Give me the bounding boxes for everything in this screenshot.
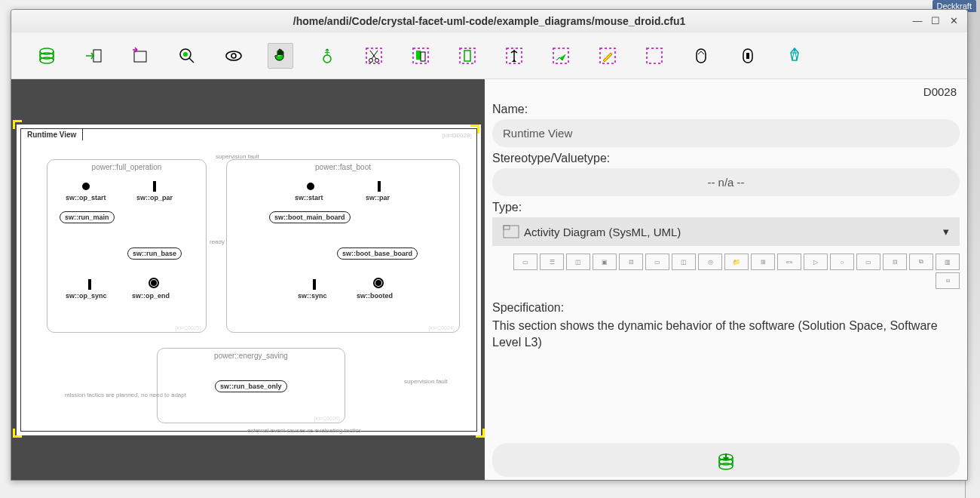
stereotype-label: Stereotype/Valuetype: bbox=[492, 152, 960, 165]
diagram-type-option[interactable]: ◎ bbox=[698, 254, 722, 270]
chevron-down-icon: ▾ bbox=[943, 225, 949, 238]
svg-point-15 bbox=[375, 58, 379, 62]
diagram-type-option[interactable]: ▷ bbox=[804, 254, 828, 270]
diagram-sheet[interactable]: Runtime View (id=D0028) supervision faul… bbox=[17, 124, 481, 435]
node-label: sw::op_start bbox=[66, 194, 106, 201]
new-window-button[interactable] bbox=[127, 43, 153, 69]
svg-line-9 bbox=[189, 58, 194, 63]
maximize-button[interactable]: ☐ bbox=[926, 10, 945, 31]
diagram-type-option[interactable]: ▭ bbox=[513, 254, 537, 270]
region-id: (id=C0025) bbox=[175, 325, 201, 330]
activity-diagram-icon bbox=[503, 225, 519, 238]
diagram-type-option[interactable]: ☰ bbox=[540, 254, 564, 270]
fork-node[interactable] bbox=[378, 181, 381, 192]
copy-button[interactable] bbox=[408, 43, 433, 69]
initial-node[interactable] bbox=[307, 183, 314, 190]
properties-panel: D0028 Name: Stereotype/Valuetype: Type: … bbox=[485, 79, 967, 480]
diagram-type-option[interactable]: ○ bbox=[830, 254, 854, 270]
fork-node[interactable] bbox=[153, 181, 156, 192]
name-label: Name: bbox=[492, 103, 960, 116]
undo-button[interactable] bbox=[688, 43, 714, 69]
final-node[interactable] bbox=[149, 278, 159, 288]
paste-button[interactable] bbox=[455, 43, 480, 69]
specification-text[interactable]: This section shows the dynamic behavior … bbox=[492, 318, 960, 352]
type-value: Activity Diagram (SysML, UML) bbox=[524, 226, 681, 238]
search-button[interactable] bbox=[174, 43, 200, 69]
diagram-type-option[interactable]: ⧈ bbox=[936, 272, 960, 289]
main-toolbar bbox=[11, 32, 967, 79]
delete-button[interactable] bbox=[501, 43, 527, 69]
node-label: sw::booted bbox=[357, 292, 393, 300]
diagram-type-option[interactable]: ◫ bbox=[566, 254, 590, 270]
about-button[interactable] bbox=[782, 43, 807, 69]
node-label: sw::par bbox=[366, 194, 390, 201]
svg-point-37 bbox=[719, 463, 733, 469]
node-label: sw::sync bbox=[298, 292, 327, 300]
join-node[interactable] bbox=[88, 279, 91, 290]
svg-point-12 bbox=[323, 55, 331, 63]
type-select[interactable]: Activity Diagram (SysML, UML) ▾ bbox=[492, 217, 960, 246]
instantiate-button[interactable] bbox=[595, 43, 620, 69]
region-id: (id=C0024) bbox=[428, 325, 455, 330]
diagram-type-option[interactable]: ◫ bbox=[672, 254, 696, 270]
stereotype-input[interactable] bbox=[492, 168, 960, 196]
diagram-type-option[interactable]: ▭ bbox=[856, 254, 880, 270]
svg-point-11 bbox=[231, 54, 236, 58]
svg-rect-24 bbox=[553, 48, 568, 63]
specification-label: Specification: bbox=[492, 301, 960, 315]
edge-label: external event causes re-evaluating tact… bbox=[247, 427, 361, 434]
export-button[interactable] bbox=[81, 43, 106, 69]
join-node[interactable] bbox=[313, 279, 316, 290]
svg-point-14 bbox=[369, 58, 373, 62]
diagram-type-option[interactable]: ▭ bbox=[645, 254, 669, 270]
reset-button[interactable] bbox=[642, 43, 667, 69]
view-button[interactable] bbox=[221, 43, 247, 69]
name-input[interactable] bbox=[492, 119, 960, 147]
main-window: /home/andi/Code/crystal-facet-uml-code/e… bbox=[11, 9, 968, 481]
action-node[interactable]: sw::boot_main_board bbox=[269, 211, 351, 223]
action-node[interactable]: sw::run_base_only bbox=[215, 380, 287, 392]
diagram-type-option[interactable]: «» bbox=[777, 254, 801, 270]
save-button[interactable] bbox=[716, 452, 736, 474]
svg-line-17 bbox=[370, 51, 376, 59]
svg-rect-5 bbox=[93, 50, 101, 62]
diagram-title-tab: Runtime View bbox=[20, 128, 83, 140]
svg-point-8 bbox=[183, 52, 188, 57]
close-button[interactable]: ✕ bbox=[945, 10, 963, 31]
type-icon-grid: ▭ ☰ ◫ ▣ ⊟ ▭ ◫ ◎ 📁 ⊞ «» ▷ ○ ▭ ⊟ ⧉ ▥ ⧈ bbox=[492, 254, 960, 289]
node-label: sw::op_end bbox=[132, 292, 170, 300]
node-label: sw::start bbox=[295, 194, 323, 201]
window-titlebar: /home/andi/Code/crystal-facet-uml-code/e… bbox=[11, 10, 967, 32]
action-node[interactable]: sw::run_base bbox=[127, 247, 182, 260]
minimize-button[interactable]: — bbox=[908, 10, 926, 31]
element-id-label: D0028 bbox=[492, 82, 960, 98]
region-energy-saving[interactable]: power::energy_saving (id=C0026) sw::run_… bbox=[157, 348, 345, 423]
create-button[interactable] bbox=[314, 43, 340, 69]
diagram-type-option[interactable]: ⊞ bbox=[751, 254, 775, 270]
window-title: /home/andi/Code/crystal-facet-uml-code/e… bbox=[293, 15, 685, 27]
diagram-canvas[interactable]: Runtime View (id=D0028) supervision faul… bbox=[11, 79, 485, 480]
diagram-type-option[interactable]: ▥ bbox=[936, 254, 960, 270]
region-fast-boot[interactable]: power::fast_boot (id=C0024) sw::start sw… bbox=[226, 159, 460, 333]
diagram-type-option[interactable]: ⧉ bbox=[909, 254, 933, 270]
region-id: (id=C0026) bbox=[314, 416, 340, 421]
svg-rect-33 bbox=[504, 226, 519, 238]
highlight-button[interactable] bbox=[548, 43, 574, 69]
region-title: power::full_operation bbox=[47, 163, 206, 171]
diagram-type-option[interactable]: 📁 bbox=[724, 254, 749, 270]
diagram-type-option[interactable]: ⊟ bbox=[619, 254, 643, 270]
cut-button[interactable] bbox=[361, 43, 387, 69]
action-node[interactable]: sw::boot_base_board bbox=[337, 247, 418, 260]
action-node[interactable]: sw::run_main bbox=[60, 211, 115, 223]
region-full-operation[interactable]: power::full_operation (id=C0025) sw::op_… bbox=[47, 159, 207, 333]
database-button[interactable] bbox=[34, 43, 60, 69]
svg-rect-26 bbox=[647, 48, 662, 63]
final-node[interactable] bbox=[373, 278, 384, 288]
redo-button[interactable] bbox=[735, 43, 761, 69]
diagram-type-option[interactable]: ▣ bbox=[593, 254, 617, 270]
diagram-id-label: (id=D0028) bbox=[442, 132, 472, 139]
hand-tool-button[interactable] bbox=[268, 43, 293, 69]
diagram-type-option[interactable]: ⊟ bbox=[883, 254, 907, 270]
initial-node[interactable] bbox=[82, 183, 90, 190]
svg-rect-19 bbox=[416, 51, 421, 60]
